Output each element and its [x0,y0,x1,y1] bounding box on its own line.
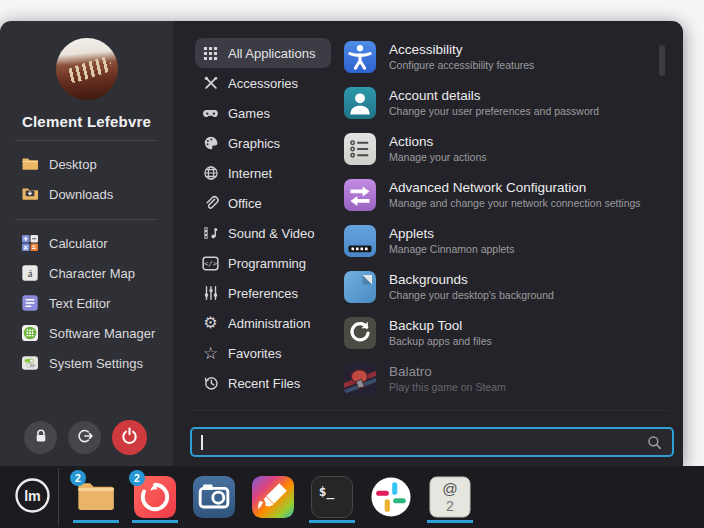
gamepad-icon [202,105,219,122]
svg-text:á: á [28,268,33,279]
category-label: Programming [228,256,306,271]
backup-icon [344,317,376,349]
scrollbar-thumb[interactable] [659,45,665,76]
taskbar-item-terminal[interactable]: $_ [311,466,353,528]
code-icon: </> [202,255,219,272]
taskbar-item-files[interactable]: 2 [75,466,117,528]
place-item-label: Downloads [49,187,113,202]
taskbar-item-slack[interactable] [370,466,412,528]
sidebar-app-item-software-manager[interactable]: Software Manager [0,318,173,348]
sidebar-app-item-text-editor[interactable]: Text Editor [0,288,173,318]
category-item-recent-files[interactable]: Recent Files [195,368,331,398]
sidebar-apps-list: CalculatoráCharacter MapText EditorSoftw… [0,228,173,378]
category-item-preferences[interactable]: Preferences [195,278,331,308]
svg-text:2: 2 [446,498,454,514]
logout-button[interactable] [68,421,101,454]
place-item-label: Desktop [49,157,97,172]
category-item-sound-video[interactable]: Sound & Video [195,218,331,248]
grid-icon [202,45,219,62]
category-item-favorites[interactable]: ☆Favorites [195,338,331,368]
notification-badge: 2 [129,470,145,486]
taskbar-item-drawing[interactable] [252,466,294,528]
drawing-icon [252,476,294,518]
menu-button[interactable]: lm [14,477,51,514]
category-item-all-applications[interactable]: All Applications [195,38,331,68]
category-item-office[interactable]: Office [195,188,331,218]
place-item-downloads[interactable]: Downloads [0,179,173,209]
app-list-item[interactable]: Advanced Network ConfigurationManage and… [344,172,662,218]
app-subtitle: Manage and change your network connectio… [389,198,641,210]
category-label: All Applications [228,46,315,61]
network-arrows-icon [344,179,376,211]
category-list: All ApplicationsAccessoriesGamesGraphics… [195,38,331,398]
app-list-item[interactable]: AppletsManage Cinnamon applets [344,218,662,264]
film-icon [202,225,219,242]
running-indicator [309,520,355,523]
taskbar-item-firefox[interactable]: 2 [134,466,176,528]
lock-button[interactable] [24,421,57,454]
software-manager-icon [21,324,39,342]
globe-icon [202,165,219,182]
category-item-administration[interactable]: ⚙Administration [195,308,331,338]
place-item-desktop[interactable]: Desktop [0,149,173,179]
app-list-item[interactable]: AccessibilityConfigure accessibility fea… [344,34,662,80]
category-item-programming[interactable]: </>Programming [195,248,331,278]
taskbar-item-screenshot[interactable] [193,466,235,528]
user-avatar[interactable] [56,38,118,100]
divider [15,140,158,141]
category-label: Internet [228,166,272,181]
category-item-graphics[interactable]: Graphics [195,128,331,158]
camera-icon [193,476,235,518]
sidebar-app-item-character-map[interactable]: áCharacter Map [0,258,173,288]
actions-icon [344,133,376,165]
sidebar-app-item-label: Text Editor [49,296,110,311]
folder-download-icon [21,185,39,203]
divider [189,410,669,411]
divider [15,219,158,220]
text-caret [201,435,203,450]
menu-sidebar: Clement Lefebvre DesktopDownloads Calcul… [0,21,173,466]
app-title: Advanced Network Configuration [389,180,641,196]
application-menu: Clement Lefebvre DesktopDownloads Calcul… [0,21,683,466]
category-label: Sound & Video [228,226,315,241]
app-list-item[interactable]: Backup ToolBackup apps and files [344,310,662,356]
slack-icon [370,476,412,518]
category-item-accessories[interactable]: Accessories [195,68,331,98]
category-label: Games [228,106,270,121]
running-indicator [73,520,119,523]
sidebar-app-item-calculator[interactable]: Calculator [0,228,173,258]
category-label: Accessories [228,76,298,91]
app-list-item[interactable]: BackgroundsChange your desktop's backgro… [344,264,662,310]
app-list-item[interactable]: BalatroPlay this game on Steam [344,356,662,402]
taskbar-item-notes[interactable]: @2 [429,466,471,528]
app-meta: AccessibilityConfigure accessibility fea… [389,42,534,71]
category-label: Office [228,196,262,211]
applets-icon [344,225,376,257]
star-icon: ☆ [202,345,219,362]
running-indicator [132,520,178,523]
places-list: DesktopDownloads [0,149,173,209]
app-meta: Advanced Network ConfigurationManage and… [389,180,641,209]
power-button[interactable] [112,420,147,455]
svg-text:$_: $_ [319,484,335,500]
category-item-internet[interactable]: Internet [195,158,331,188]
balatro-icon [344,363,376,395]
app-meta: Account detailsChange your user preferen… [389,88,599,117]
app-subtitle: Configure accessibility features [389,60,534,72]
search-input[interactable] [190,427,674,457]
app-meta: BalatroPlay this game on Steam [389,364,506,393]
app-subtitle: Change your user preferences and passwor… [389,106,599,118]
sidebar-app-item-label: Software Manager [49,326,155,341]
palette-icon [202,135,219,152]
app-list-item[interactable]: Account detailsChange your user preferen… [344,80,662,126]
app-list-item[interactable]: ActionsManage your actions [344,126,662,172]
app-subtitle: Manage Cinnamon applets [389,244,515,256]
user-name: Clement Lefebvre [0,113,173,130]
sidebar-app-item-system-settings[interactable]: System Settings [0,348,173,378]
app-meta: AppletsManage Cinnamon applets [389,226,515,255]
app-title: Account details [389,88,599,104]
app-subtitle: Change your desktop's background [389,290,554,302]
app-subtitle: Backup apps and files [389,336,492,348]
category-item-games[interactable]: Games [195,98,331,128]
app-title: Balatro [389,364,506,380]
